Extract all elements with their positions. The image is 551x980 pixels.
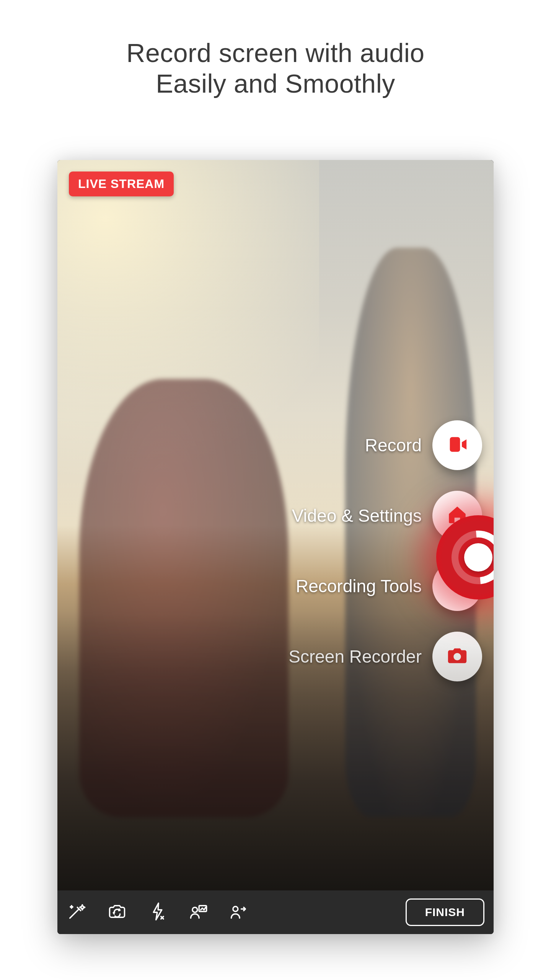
magic-wand-icon — [67, 902, 86, 923]
finish-button[interactable]: FINISH — [406, 898, 484, 926]
float-row-record: Record — [289, 420, 482, 470]
phone-screenshot: LIVE STREAM Record Video & Settings — [57, 160, 494, 934]
video-camera-icon — [446, 433, 468, 457]
record-button[interactable] — [432, 420, 482, 470]
flash-off-icon — [148, 902, 168, 923]
share-person-button[interactable] — [229, 902, 249, 922]
live-stream-badge[interactable]: LIVE STREAM — [69, 172, 174, 196]
face-frame-button[interactable] — [188, 902, 208, 922]
toolbar-icons — [67, 902, 402, 922]
float-label-screenrecorder: Screen Recorder — [289, 646, 422, 667]
camera-switch-icon — [107, 902, 127, 923]
headline-line-1: Record screen with audio — [0, 38, 551, 68]
float-label-tools: Recording Tools — [296, 576, 422, 596]
float-label-record: Record — [365, 435, 422, 456]
person-frame-icon — [188, 902, 208, 923]
flash-button[interactable] — [148, 902, 168, 922]
camera-icon — [446, 645, 468, 668]
float-row-screenrecorder: Screen Recorder — [289, 632, 482, 681]
float-label-settings: Video & Settings — [292, 505, 422, 526]
effects-button[interactable] — [67, 902, 86, 922]
person-share-icon — [229, 902, 249, 923]
svg-point-0 — [192, 907, 197, 912]
switch-camera-button[interactable] — [107, 902, 127, 922]
camera-preview-backdrop: LIVE STREAM Record Video & Settings — [57, 160, 494, 890]
promo-headline: Record screen with audio Easily and Smoo… — [0, 38, 551, 99]
bottom-toolbar: FINISH — [57, 890, 494, 934]
headline-line-2: Easily and Smoothly — [0, 68, 551, 99]
svg-point-2 — [233, 906, 238, 911]
photo-subject-man — [79, 379, 289, 817]
screen-recorder-button[interactable] — [432, 632, 482, 681]
